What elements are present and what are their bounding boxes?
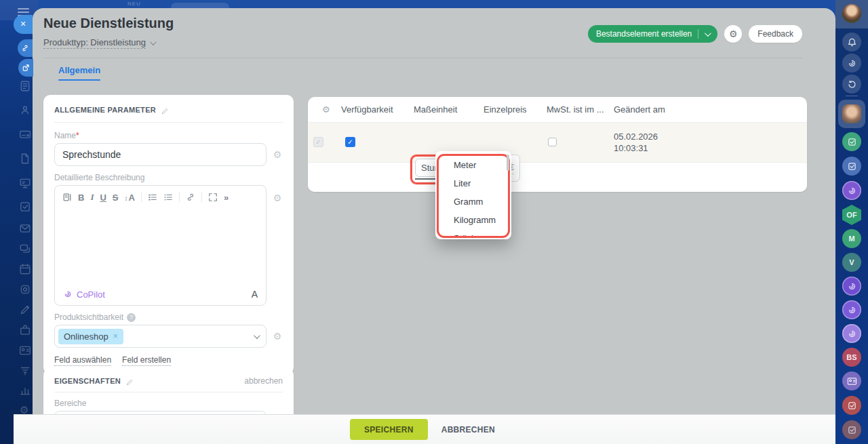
- sidebar-item-crm[interactable]: [19, 128, 31, 140]
- badge-bs[interactable]: BS: [842, 348, 861, 367]
- save-button[interactable]: SPEICHERN: [350, 419, 428, 440]
- copilot-button[interactable]: [842, 54, 861, 73]
- page-title: Neue Dienstleistung: [43, 16, 174, 31]
- copilot-icon: [63, 289, 73, 299]
- copilot-icon: [847, 186, 857, 196]
- edit-pencil-icon[interactable]: [161, 106, 169, 114]
- copilot-chat-button[interactable]: [842, 277, 861, 296]
- strikethrough-icon[interactable]: S: [113, 193, 119, 203]
- history-icon: [847, 79, 857, 89]
- description-editor[interactable]: B I U S A »: [54, 185, 267, 306]
- dropdown-option-stueck[interactable]: Stück: [439, 229, 508, 238]
- product-type-selector[interactable]: Produkttyp: Dienstleistung: [43, 37, 155, 49]
- sidebar-item-reports[interactable]: [19, 384, 31, 397]
- table-row: Stunde € 05.02.2026 10:03:31: [308, 123, 807, 163]
- italic-icon[interactable]: I: [90, 192, 94, 203]
- format-block-icon[interactable]: [62, 193, 72, 202]
- copy-link-button[interactable]: [18, 39, 33, 57]
- area-label: Bereiche: [54, 399, 283, 408]
- font-size-icon[interactable]: A: [125, 193, 135, 203]
- dropdown-option-kilogramm[interactable]: Kilogramm: [439, 211, 508, 229]
- badge-of[interactable]: OF: [842, 205, 861, 225]
- copilot-chat-button[interactable]: [842, 324, 861, 343]
- card-icon: [19, 128, 31, 140]
- remove-tag-icon[interactable]: [113, 331, 118, 341]
- expand-icon[interactable]: [208, 193, 218, 202]
- copilot-icon: [847, 58, 857, 68]
- sidebar-item-board[interactable]: [19, 177, 31, 189]
- tasks-muted-button[interactable]: [842, 420, 861, 439]
- table-empty-row: [308, 163, 807, 192]
- tasks-blue-button[interactable]: [842, 157, 861, 176]
- chevron-down-icon: [254, 332, 260, 339]
- sidebar-item-mail[interactable]: [19, 222, 31, 235]
- more-tools-icon[interactable]: »: [224, 193, 229, 203]
- field-gear-icon[interactable]: ⚙: [272, 143, 283, 166]
- sidebar-item-feed[interactable]: [19, 80, 31, 92]
- profile-avatar[interactable]: [842, 4, 861, 23]
- availability-checkbox[interactable]: [345, 137, 355, 147]
- sidebar-item-chat[interactable]: [19, 243, 31, 255]
- dropdown-option-meter[interactable]: Meter: [439, 156, 508, 174]
- copilot-chat-button[interactable]: [842, 181, 861, 200]
- feedback-button[interactable]: Feedback: [749, 25, 802, 43]
- sidebar-item-video[interactable]: [19, 283, 31, 296]
- badge-m[interactable]: M: [842, 229, 861, 248]
- badge-v[interactable]: V: [842, 253, 861, 272]
- bullet-list-icon[interactable]: [163, 193, 173, 202]
- sidebar-item-market[interactable]: [19, 324, 31, 336]
- right-sidebar: OF M V BS: [835, 0, 868, 444]
- close-slider-button[interactable]: [14, 15, 33, 34]
- font-badge[interactable]: A: [252, 289, 258, 300]
- open-new-tab-button[interactable]: [18, 59, 33, 77]
- modified-date: 05.02.2026 10:03:31: [614, 131, 658, 154]
- table-settings-gear-icon[interactable]: [322, 97, 330, 122]
- dropdown-scrollbar[interactable]: [507, 155, 509, 171]
- vat-included-checkbox[interactable]: [548, 138, 557, 146]
- create-inventory-button[interactable]: Bestandselement erstellen: [588, 25, 717, 43]
- editor-toolbar: B I U S A »: [55, 186, 266, 209]
- dropdown-option-liter[interactable]: Liter: [439, 174, 508, 193]
- name-input[interactable]: Sprechstunde: [54, 143, 267, 166]
- chat-icon: [19, 243, 31, 255]
- file-icon: [19, 153, 31, 165]
- tab-allgemein[interactable]: Allgemein: [58, 65, 100, 81]
- sidebar-item-docs[interactable]: [19, 153, 31, 165]
- link-icon[interactable]: [186, 193, 195, 202]
- copilot-button[interactable]: CoPilot: [63, 289, 105, 300]
- tasks-red-button[interactable]: [842, 396, 861, 415]
- cancel-button[interactable]: ABBRECHEN: [437, 425, 499, 435]
- visibility-select[interactable]: Onlineshop: [54, 325, 267, 348]
- field-gear-icon[interactable]: ⚙: [272, 185, 283, 211]
- section-cancel-link[interactable]: abbrechen: [244, 376, 283, 386]
- check-square-icon: [847, 161, 857, 171]
- sidebar-item-tasks[interactable]: [19, 201, 31, 213]
- link-icon: [21, 44, 29, 52]
- ordered-list-icon[interactable]: [148, 193, 157, 202]
- col-einzelpreis: Einzelpreis: [484, 97, 527, 122]
- settings-gear-button[interactable]: ⚙: [724, 25, 742, 43]
- underline-icon[interactable]: U: [100, 193, 106, 203]
- history-button[interactable]: [842, 75, 861, 94]
- section-title: EIGENSCHAFTEN: [54, 377, 121, 385]
- sidebar-item-funnel[interactable]: [19, 365, 31, 377]
- active-user-avatar[interactable]: [838, 100, 865, 128]
- field-create-link[interactable]: Feld erstellen: [122, 355, 171, 366]
- editor-body[interactable]: [55, 209, 266, 283]
- copilot-chat-button[interactable]: [842, 300, 861, 319]
- field-select-link[interactable]: Feld auswählen: [54, 355, 111, 366]
- dropdown-option-gramm[interactable]: Gramm: [439, 193, 508, 211]
- help-icon[interactable]: [127, 313, 136, 322]
- funnel-icon: [19, 365, 31, 377]
- notifications-bell-button[interactable]: [842, 33, 861, 52]
- ghost-nav-label: NEU: [127, 1, 141, 7]
- tasks-green-button[interactable]: [842, 132, 861, 151]
- sidebar-item-sign[interactable]: [19, 304, 31, 316]
- bold-icon[interactable]: B: [78, 193, 84, 203]
- sidebar-item-collab[interactable]: [19, 104, 31, 116]
- field-gear-icon[interactable]: ⚙: [272, 325, 283, 348]
- contact-card-button[interactable]: [842, 371, 861, 390]
- edit-pencil-icon[interactable]: [125, 377, 134, 385]
- sidebar-item-contacts[interactable]: [19, 344, 31, 357]
- sidebar-item-calendar[interactable]: [19, 263, 31, 275]
